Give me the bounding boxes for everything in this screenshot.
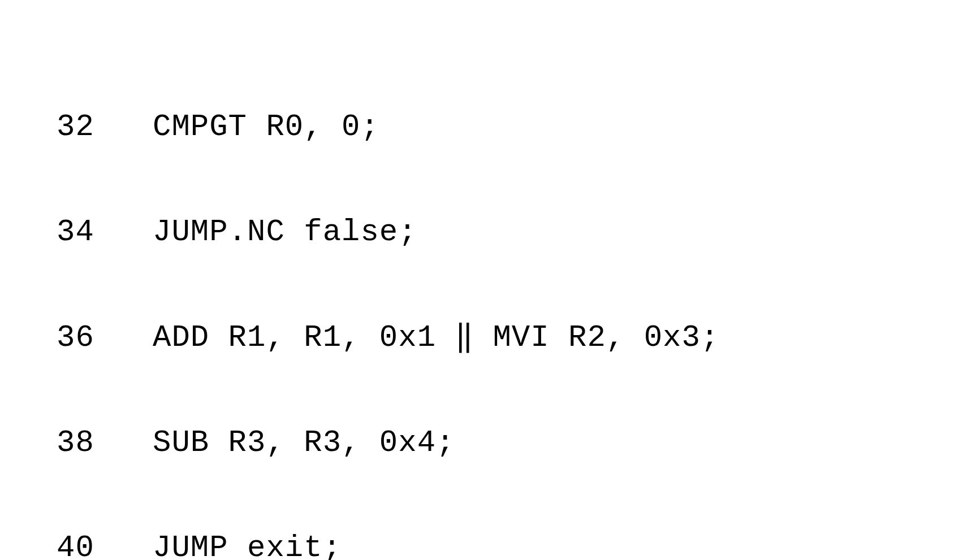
line-number: 40 [57,531,107,560]
code-line: 38SUB R3, R3, 0x4; [57,426,963,461]
assembly-code-listing: 32CMPGT R0, 0; 34JUMP.NC false; 36ADD R1… [57,40,963,560]
instruction-text: SUB R3, R3, 0x4; [153,426,455,461]
code-line: 34JUMP.NC false; [57,215,963,250]
instruction-text: JUMP exit; [153,531,342,560]
instruction-text: CMPGT R0, 0; [153,110,379,145]
line-number: 32 [57,110,107,145]
instruction-text: JUMP.NC false; [153,215,417,250]
code-line: 32CMPGT R0, 0; [57,110,963,145]
code-line: 36ADD R1, R1, 0x1 ‖ MVI R2, 0x3; [57,320,963,355]
line-number: 36 [57,320,107,355]
instruction-text: ADD R1, R1, 0x1 ‖ MVI R2, 0x3; [153,320,719,355]
line-number: 34 [57,215,107,250]
line-number: 38 [57,426,107,461]
figure-container: 32CMPGT R0, 0; 34JUMP.NC false; 36ADD R1… [0,0,963,560]
code-line: 40JUMP exit; [57,531,963,560]
